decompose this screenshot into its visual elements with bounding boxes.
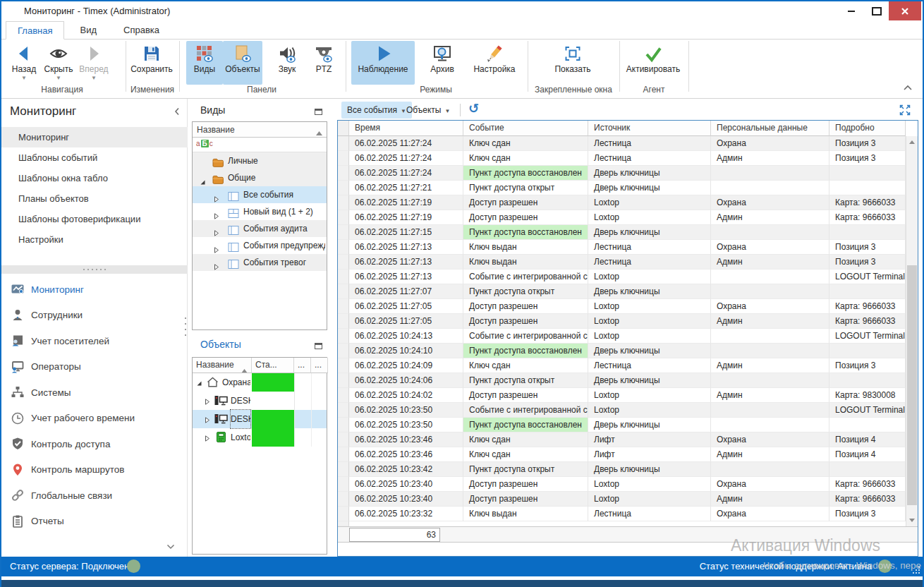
- table-row[interactable]: 06.02.2025 11:27:13Ключ выданЛестницаАдм…: [338, 255, 906, 270]
- minimize-button[interactable]: [839, 1, 863, 20]
- table-row[interactable]: 06.02.2025 11:27:05Доступ разрешенLoxtop…: [338, 314, 906, 329]
- events-column-header-2[interactable]: Источник: [588, 121, 711, 136]
- views-tree-node[interactable]: Общие: [193, 169, 327, 186]
- tree-expander-open-icon[interactable]: [196, 379, 202, 385]
- table-row[interactable]: 06.02.2025 11:27:24Ключ сданЛестницаОхра…: [338, 136, 906, 151]
- objects-column-header-1[interactable]: Ста...: [252, 358, 294, 373]
- views-tree-node[interactable]: Личные: [193, 152, 327, 169]
- sidebar-item-Мониторинг[interactable]: Мониторинг: [1, 127, 188, 147]
- table-row[interactable]: 06.02.2025 11:27:19Доступ разрешенLoxtop…: [338, 210, 906, 225]
- sidebar-item-Шаблоны событий[interactable]: Шаблоны событий: [1, 147, 188, 168]
- tree-expander-none[interactable]: [214, 242, 220, 248]
- table-row[interactable]: 06.02.2025 10:23:40Доступ разрешенLoxtop…: [338, 477, 906, 492]
- objects-column-header-3[interactable]: ...: [311, 358, 328, 373]
- table-row[interactable]: 06.02.2025 10:23:32Ключ выданЛестницаОхр…: [338, 507, 906, 521]
- tree-expander-none[interactable]: [214, 191, 220, 198]
- maximize-button[interactable]: [865, 1, 889, 20]
- chevron-down-icon[interactable]: [166, 542, 175, 547]
- objects-tree-node-DESKTO...[interactable]: DESKTO...: [193, 392, 327, 410]
- panel-splitter-grip[interactable]: [184, 317, 187, 336]
- sidebar-item-Шаблоны фотоверификации[interactable]: Шаблоны фотоверификации: [1, 209, 188, 229]
- ribbon-button-Скрыть[interactable]: Скрыть▼: [42, 41, 75, 85]
- scrollbar-thumb[interactable]: [907, 265, 917, 505]
- table-row[interactable]: 06.02.2025 11:27:05Доступ разрешенLoxtop…: [338, 299, 906, 314]
- events-scrollbar[interactable]: [906, 136, 918, 526]
- sidebar-module-Сотрудники[interactable]: Сотрудники: [1, 303, 188, 328]
- scroll-up-icon[interactable]: [909, 140, 915, 144]
- objects-tree-node-DESKTO...[interactable]: DESKTO...: [193, 410, 327, 428]
- ribbon-button-Сохранить[interactable]: Сохранить: [130, 41, 174, 85]
- events-column-header-3[interactable]: Персональные данные: [711, 121, 829, 136]
- objects-column-header-0[interactable]: Название: [193, 358, 252, 373]
- sidebar-splitter[interactable]: [1, 265, 188, 274]
- table-row[interactable]: 06.02.2025 11:27:13Ключ выданЛестницаОхр…: [338, 240, 906, 255]
- sidebar-module-Учет посетителей[interactable]: Учет посетителей: [1, 328, 188, 353]
- views-tree-node[interactable]: Все события: [193, 186, 327, 203]
- sidebar-module-Операторы[interactable]: Операторы: [1, 354, 188, 380]
- table-row[interactable]: 06.02.2025 10:23:50Событие с интегрирова…: [338, 403, 906, 418]
- table-row[interactable]: 06.02.2025 10:24:10Пункт доступа восстан…: [338, 344, 906, 358]
- tree-expander-closed-icon[interactable]: [205, 397, 211, 404]
- table-row[interactable]: 06.02.2025 10:23:46Ключ сданЛифтАдминПоз…: [338, 447, 906, 462]
- sidebar-collapse-icon[interactable]: [174, 107, 181, 116]
- objects-panel-dock-icon[interactable]: [315, 341, 322, 349]
- objects-tree-node-Loxtop[interactable]: Loxtop: [193, 428, 327, 447]
- table-row[interactable]: 06.02.2025 11:27:24Пункт доступа восстан…: [338, 166, 906, 181]
- ribbon-button-Показать[interactable]: Показать: [549, 41, 597, 85]
- sidebar-item-Настройки[interactable]: Настройки: [1, 229, 188, 250]
- views-column-header[interactable]: Название: [193, 122, 327, 138]
- table-row[interactable]: 06.02.2025 10:23:50Пункт доступа восстан…: [338, 418, 906, 432]
- table-row[interactable]: 06.02.2025 10:23:42Пункт доступа открытД…: [338, 462, 906, 477]
- tree-expander-closed-icon[interactable]: [205, 434, 211, 440]
- undo-icon[interactable]: ↺: [468, 101, 479, 116]
- table-row[interactable]: 06.02.2025 11:27:24Ключ сданЛестницаАдми…: [338, 151, 906, 166]
- ribbon-button-Настройка[interactable]: Настройка: [468, 41, 521, 85]
- sidebar-module-Глобальные связи[interactable]: Глобальные связи: [1, 483, 188, 508]
- sidebar-module-Мониторинг[interactable]: Мониторинг: [1, 277, 188, 302]
- close-button[interactable]: [889, 1, 921, 20]
- table-row[interactable]: 06.02.2025 11:27:21Пункт доступа открытД…: [338, 181, 906, 195]
- ribbon-button-PTZ[interactable]: PTZ: [308, 41, 340, 85]
- views-tree-node[interactable]: События тревог: [193, 254, 327, 271]
- sidebar-module-Контроль доступа[interactable]: Контроль доступа: [1, 431, 188, 456]
- ribbon-button-Активировать[interactable]: Активировать: [624, 41, 683, 85]
- table-row[interactable]: 06.02.2025 10:24:06Пункт доступа открытД…: [338, 373, 906, 388]
- table-row[interactable]: 06.02.2025 10:24:09Ключ сданЛестницаАдми…: [338, 358, 906, 373]
- sidebar-item-Шаблоны окна табло[interactable]: Шаблоны окна табло: [1, 168, 188, 188]
- ribbon-button-Архив[interactable]: Архив: [422, 41, 463, 85]
- expand-view-icon[interactable]: [899, 104, 911, 116]
- ribbon-button-Вперед[interactable]: Вперед▼: [78, 41, 110, 85]
- events-column-header-4[interactable]: Подробно: [829, 121, 906, 136]
- table-row[interactable]: 06.02.2025 11:27:13Событие с интегрирова…: [338, 270, 906, 284]
- table-row[interactable]: 06.02.2025 11:27:19Доступ разрешенLoxtop…: [338, 195, 906, 210]
- sidebar-module-Учет рабочего времени[interactable]: Учет рабочего времени: [1, 406, 188, 431]
- ribbon-collapse-icon[interactable]: [903, 83, 913, 90]
- ribbon-button-Объекты[interactable]: Объекты: [223, 41, 262, 85]
- table-row[interactable]: 06.02.2025 11:27:15Пункт доступа восстан…: [338, 225, 906, 240]
- ribbon-button-Назад[interactable]: Назад▼: [8, 41, 39, 85]
- views-tree-node[interactable]: Новый вид (1 + 2): [193, 203, 327, 220]
- ribbon-button-Звук[interactable]: Звук: [271, 41, 303, 85]
- sidebar-module-Контроль маршрутов[interactable]: Контроль маршрутов: [1, 457, 188, 483]
- tab-Справка[interactable]: Справка: [112, 21, 171, 39]
- events-column-header-0[interactable]: Время: [349, 121, 463, 136]
- table-row[interactable]: 06.02.2025 10:24:02Доступ разрешенLoxtop…: [338, 388, 906, 403]
- table-row[interactable]: 06.02.2025 10:24:13Событие с интегрирова…: [338, 329, 906, 344]
- sidebar-module-Отчеты[interactable]: Отчеты: [1, 509, 188, 534]
- events-column-header-1[interactable]: Событие: [463, 121, 588, 136]
- tree-expander-closed-icon[interactable]: [205, 416, 211, 422]
- table-row[interactable]: 06.02.2025 10:23:46Ключ сданЛифтОхранаПо…: [338, 432, 906, 447]
- sidebar-item-Планы объектов[interactable]: Планы объектов: [1, 188, 188, 209]
- table-row[interactable]: 06.02.2025 11:27:07Пункт доступа открытД…: [338, 284, 906, 299]
- sidebar-module-Системы[interactable]: Системы: [1, 380, 188, 405]
- tree-expander-open-icon[interactable]: [200, 174, 206, 181]
- views-tree-node[interactable]: События предупрежд...: [193, 237, 327, 254]
- scroll-down-icon[interactable]: [909, 519, 915, 522]
- objects-column-header-2[interactable]: ...: [294, 358, 311, 373]
- table-row[interactable]: 06.02.2025 10:23:40Доступ разрешенLoxtop…: [338, 492, 906, 507]
- objects-tree-node-Охрана[interactable]: Охрана: [193, 373, 327, 392]
- ribbon-button-Наблюдение[interactable]: Наблюдение: [351, 41, 415, 85]
- tab-Главная[interactable]: Главная: [6, 21, 64, 40]
- tab-Вид[interactable]: Вид: [68, 21, 108, 39]
- views-tree-node[interactable]: События аудита: [193, 220, 327, 237]
